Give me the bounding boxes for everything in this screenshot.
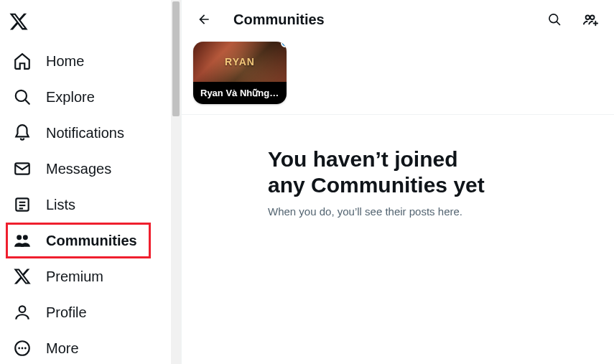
svg-point-13 [24,347,27,350]
back-button[interactable] [192,7,216,32]
bell-icon [13,123,32,142]
sidebar-item-lists[interactable]: Lists [6,187,83,223]
x-premium-icon [13,267,32,286]
sidebar-item-notifications[interactable]: Notifications [6,115,131,151]
empty-state: You haven’t joined any Communities yet W… [182,115,614,218]
mail-icon [13,159,32,178]
sidebar-item-label: Messages [46,161,111,177]
community-card-thumbnail: RYAN [193,42,287,82]
community-card[interactable]: RYAN Ryan Và Những Ng [193,42,287,104]
communities-icon [13,231,32,250]
sidebar-item-label: Notifications [46,125,124,141]
empty-state-title: You haven’t joined any Communities yet [268,146,569,198]
suggested-communities-row: RYAN Ryan Và Những Ng [182,39,614,115]
svg-point-11 [18,347,20,350]
sidebar-item-profile[interactable]: Profile [6,294,94,330]
page-title: Communities [233,11,525,28]
x-logo-icon [9,11,29,32]
home-icon [13,52,32,70]
sidebar-item-label: More [46,340,79,357]
svg-point-9 [19,306,26,312]
sidebar-item-label: Communities [46,233,137,249]
search-icon [547,12,562,27]
page-header: Communities [182,0,614,39]
sidebar-item-label: Home [46,53,84,70]
sidebar-item-premium[interactable]: Premium [6,258,111,294]
sidebar-item-home[interactable]: Home [6,43,91,79]
search-button[interactable] [542,7,567,32]
svg-point-17 [590,16,595,20]
sidebar-item-label: Premium [46,269,103,285]
more-icon [13,339,32,358]
create-community-button[interactable] [578,7,603,32]
main-content: Communities RYAN Ryan Và Những Ng You ha… [181,0,614,364]
sidebar-item-explore[interactable]: Explore [6,79,102,115]
empty-state-subtitle: When you do, you’ll see their posts here… [268,205,569,218]
svg-point-12 [22,347,24,350]
svg-line-1 [25,100,29,103]
svg-point-16 [586,16,590,20]
search-icon [13,88,32,106]
svg-line-15 [557,22,559,24]
community-card-name: Ryan Và Những Ng [193,82,287,104]
svg-point-8 [23,235,28,240]
sidebar-item-label: Explore [46,89,95,106]
sidebar: Home Explore Notifications Messages List… [0,0,181,364]
header-actions [542,7,603,32]
sidebar-item-label: Profile [46,304,87,321]
sidebar-item-messages[interactable]: Messages [6,151,118,187]
svg-point-7 [17,235,22,240]
x-logo[interactable] [6,6,181,43]
sidebar-item-more[interactable]: More [6,330,86,364]
community-thumb-text: RYAN [225,56,255,67]
sidebar-scrollbar[interactable] [171,0,181,364]
profile-icon [13,303,32,322]
list-icon [13,195,32,214]
arrow-left-icon [197,12,211,27]
sidebar-item-label: Lists [46,197,75,213]
people-plus-icon [582,11,598,27]
sidebar-scrollbar-thumb[interactable] [172,1,180,116]
sidebar-item-communities[interactable]: Communities [6,223,151,258]
